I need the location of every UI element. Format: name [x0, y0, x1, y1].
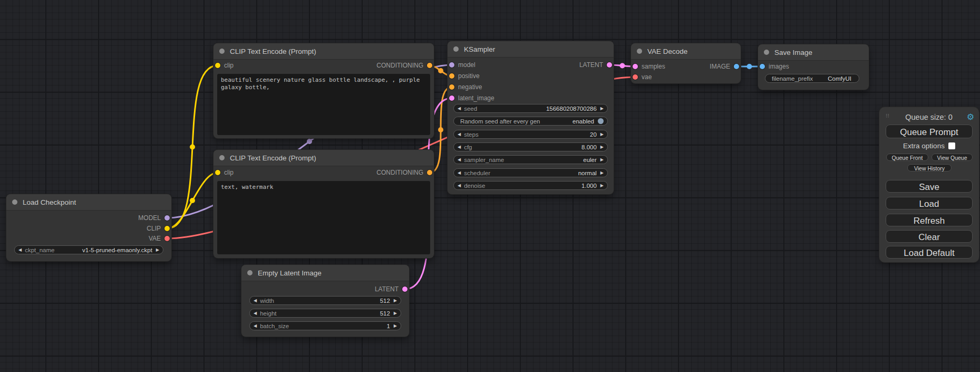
drag-handle-icon[interactable]: ⁝⁝: [886, 114, 893, 120]
input-port-negative[interactable]: negative: [449, 83, 482, 91]
input-port-images[interactable]: images: [760, 63, 789, 70]
node-header[interactable]: Empty Latent Image: [241, 265, 409, 281]
input-port-clip[interactable]: clip: [215, 62, 234, 69]
decrement-arrow-icon[interactable]: ◀: [458, 145, 461, 149]
widget-seed[interactable]: ◀ seed 156680208700286 ▶: [453, 104, 608, 113]
refresh-button[interactable]: Refresh: [886, 214, 973, 226]
collapse-toggle-icon[interactable]: [12, 199, 17, 205]
toggle-circle-icon[interactable]: [598, 118, 604, 124]
extra-options-checkbox[interactable]: [948, 142, 955, 149]
port-dot-icon[interactable]: [164, 236, 170, 241]
output-port-latent[interactable]: LATENT: [579, 61, 612, 69]
node-header[interactable]: CLIP Text Encode (Prompt): [214, 43, 434, 60]
collapse-toggle-icon[interactable]: [637, 49, 642, 54]
save-button[interactable]: Save: [886, 180, 973, 193]
output-port-latent[interactable]: LATENT: [375, 285, 407, 293]
collapse-toggle-icon[interactable]: [453, 46, 459, 52]
node-empty-latent-image[interactable]: Empty Latent Image LATENT ◀ width 512 ▶ …: [241, 265, 409, 337]
link-midpoint-dot[interactable]: [620, 63, 625, 69]
input-port-positive[interactable]: positive: [449, 72, 480, 80]
decrement-arrow-icon[interactable]: ◀: [254, 324, 257, 328]
decrement-arrow-icon[interactable]: ◀: [458, 184, 461, 188]
link-midpoint-dot[interactable]: [190, 198, 195, 203]
node-load-checkpoint[interactable]: Load Checkpoint MODEL CLIP VAE ◀ ckpt_na…: [6, 194, 171, 261]
port-dot-icon[interactable]: [215, 170, 220, 175]
increment-arrow-icon[interactable]: ▶: [600, 171, 604, 175]
port-dot-icon[interactable]: [427, 170, 432, 175]
increment-arrow-icon[interactable]: ▶: [600, 145, 604, 149]
collapse-toggle-icon[interactable]: [764, 50, 769, 55]
port-dot-icon[interactable]: [215, 63, 220, 68]
widget-cfg[interactable]: ◀ cfg 8.000 ▶: [453, 142, 608, 151]
increment-arrow-icon[interactable]: ▶: [394, 299, 397, 303]
decrement-arrow-icon[interactable]: ◀: [458, 171, 461, 175]
port-dot-icon[interactable]: [633, 64, 638, 69]
increment-arrow-icon[interactable]: ▶: [600, 107, 604, 111]
output-port-model[interactable]: MODEL: [138, 214, 170, 222]
node-clip-text-encode-negative[interactable]: CLIP Text Encode (Prompt) clip CONDITION…: [214, 150, 434, 258]
decrement-arrow-icon[interactable]: ◀: [18, 248, 22, 252]
node-header[interactable]: KSampler: [448, 41, 614, 58]
port-dot-icon[interactable]: [760, 64, 765, 69]
node-save-image[interactable]: Save Image images filename_prefix ComfyU…: [758, 44, 869, 90]
node-ksampler[interactable]: KSampler model positive negative latent_…: [448, 41, 614, 194]
port-dot-icon[interactable]: [449, 96, 454, 101]
input-port-latent-image[interactable]: latent_image: [449, 94, 494, 102]
widget-denoise[interactable]: ◀ denoise 1.000 ▶: [453, 181, 608, 190]
widget-sampler-name[interactable]: ◀ sampler_name euler ▶: [453, 155, 608, 164]
decrement-arrow-icon[interactable]: ◀: [458, 132, 461, 137]
widget-batch-size[interactable]: ◀ batch_size 1 ▶: [249, 321, 401, 330]
queue-prompt-button[interactable]: Queue Prompt: [886, 125, 973, 138]
prompt-textarea[interactable]: text, watermark: [217, 181, 430, 254]
port-dot-icon[interactable]: [607, 62, 612, 68]
input-port-samples[interactable]: samples: [633, 63, 665, 70]
decrement-arrow-icon[interactable]: ◀: [254, 299, 257, 303]
port-dot-icon[interactable]: [449, 62, 454, 68]
queue-front-button[interactable]: Queue Front: [886, 154, 928, 161]
increment-arrow-icon[interactable]: ▶: [394, 311, 397, 316]
port-dot-icon[interactable]: [449, 84, 454, 90]
input-port-vae[interactable]: vae: [633, 73, 652, 81]
node-header[interactable]: CLIP Text Encode (Prompt): [214, 150, 434, 166]
load-default-button[interactable]: Load Default: [886, 246, 973, 259]
node-vae-decode[interactable]: VAE Decode samples vae IMAGE: [631, 43, 741, 83]
decrement-arrow-icon[interactable]: ◀: [254, 311, 257, 316]
port-dot-icon[interactable]: [449, 73, 454, 79]
output-port-conditioning[interactable]: CONDITIONING: [376, 62, 432, 69]
link-midpoint-dot[interactable]: [307, 139, 312, 144]
output-port-clip[interactable]: CLIP: [147, 225, 170, 232]
widget-scheduler[interactable]: ◀ scheduler normal ▶: [453, 168, 608, 177]
output-port-conditioning[interactable]: CONDITIONING: [376, 169, 432, 176]
increment-arrow-icon[interactable]: ▶: [156, 248, 159, 252]
increment-arrow-icon[interactable]: ▶: [394, 324, 397, 328]
link-midpoint-dot[interactable]: [747, 64, 752, 69]
link-midpoint-dot[interactable]: [190, 145, 195, 150]
widget-steps[interactable]: ◀ steps 20 ▶: [453, 130, 608, 139]
settings-gear-icon[interactable]: ⚙: [965, 113, 974, 121]
port-dot-icon[interactable]: [427, 63, 432, 68]
input-port-clip[interactable]: clip: [215, 169, 234, 176]
increment-arrow-icon[interactable]: ▶: [600, 158, 604, 162]
node-header[interactable]: Save Image: [758, 44, 869, 61]
port-dot-icon[interactable]: [633, 74, 638, 80]
port-dot-icon[interactable]: [164, 215, 170, 221]
node-clip-text-encode-positive[interactable]: CLIP Text Encode (Prompt) clip CONDITION…: [214, 43, 434, 138]
widget-filename-prefix[interactable]: filename_prefix ComfyUI: [765, 74, 859, 83]
view-history-button[interactable]: View History: [907, 164, 952, 171]
load-button[interactable]: Load: [886, 197, 973, 209]
widget-ckpt-name[interactable]: ◀ ckpt_name v1-5-pruned-emaonly.ckpt ▶: [14, 245, 163, 254]
collapse-toggle-icon[interactable]: [219, 49, 225, 54]
decrement-arrow-icon[interactable]: ◀: [458, 107, 461, 111]
output-port-vae[interactable]: VAE: [149, 235, 170, 242]
widget-width[interactable]: ◀ width 512 ▶: [249, 296, 401, 305]
decrement-arrow-icon[interactable]: ◀: [458, 158, 461, 162]
node-header[interactable]: VAE Decode: [631, 43, 741, 60]
clear-button[interactable]: Clear: [886, 230, 973, 243]
link-midpoint-dot[interactable]: [438, 127, 443, 132]
collapse-toggle-icon[interactable]: [247, 270, 253, 275]
collapse-toggle-icon[interactable]: [219, 155, 225, 160]
node-header[interactable]: Load Checkpoint: [6, 194, 171, 211]
port-dot-icon[interactable]: [164, 226, 170, 231]
node-graph-canvas[interactable]: Load Checkpoint MODEL CLIP VAE ◀ ckpt_na…: [0, 0, 980, 372]
port-dot-icon[interactable]: [734, 64, 739, 69]
